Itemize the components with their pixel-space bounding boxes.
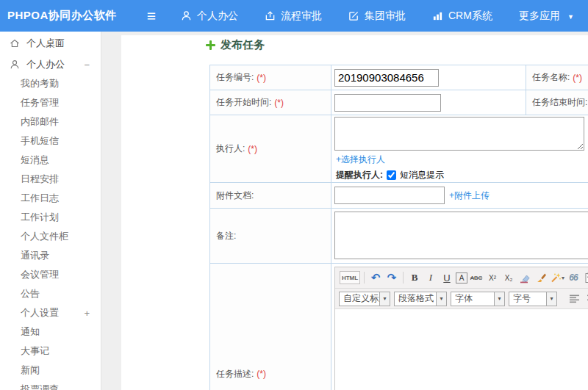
expand-icon[interactable]: +	[84, 308, 90, 319]
sidebar-item-task-management[interactable]: 任务管理	[0, 93, 101, 112]
sidebar: 个人桌面 个人办公 − 我的考勤 任务管理 内部邮件 手机短信 短消息 日程安排…	[0, 32, 101, 390]
sidebar-item-personal-office[interactable]: 个人办公 −	[0, 55, 101, 74]
redo-button[interactable]: ↷	[384, 270, 399, 285]
chevron-down-icon[interactable]: ▼	[567, 13, 574, 21]
bold-button[interactable]: B	[407, 270, 422, 285]
sidebar-item-internal-mail[interactable]: 内部邮件	[0, 112, 101, 131]
font-size-select[interactable]: 字号 ▾	[509, 292, 557, 306]
nav-label: 个人办公	[197, 10, 238, 23]
attachment-input[interactable]	[334, 187, 445, 204]
sidebar-item-notice[interactable]: 通知	[0, 322, 101, 342]
required-mark: (*)	[257, 369, 266, 379]
select-value: 自定义标题	[340, 292, 379, 305]
sidebar-item-label: 工作计划	[21, 211, 59, 224]
editor-content-area[interactable]	[335, 309, 588, 390]
executor-textarea[interactable]	[334, 117, 584, 151]
nav-group-approval[interactable]: 集团审批	[348, 10, 406, 23]
process-approval-icon	[265, 10, 276, 21]
sidebar-item-label: 个人设置	[21, 306, 59, 319]
sidebar-item-short-message[interactable]: 短消息	[0, 151, 101, 170]
subscript-button[interactable]: X₂	[501, 270, 516, 285]
remark-cell	[331, 209, 588, 263]
sidebar-item-label: 短消息	[21, 154, 49, 167]
font-style-button[interactable]: A	[456, 272, 467, 284]
attachment-cell: +附件上传	[331, 183, 588, 208]
magic-wand-button[interactable]: ▾	[550, 270, 564, 285]
select-value: 段落格式	[395, 292, 436, 305]
editor-toolbar-2: 自定义标题 ▾ 段落格式 ▾ 字体 ▾ 字号 ▾	[335, 289, 588, 309]
task-time-row: 任务开始时间:(*) 任务结束时间:(*)	[210, 90, 588, 115]
sidebar-item-news[interactable]: 新闻	[0, 361, 101, 380]
end-time-label: 任务结束时间:(*)	[526, 90, 588, 115]
collapse-icon[interactable]: −	[84, 59, 90, 71]
sidebar-item-label: 内部邮件	[21, 115, 59, 129]
align-left-icon	[569, 294, 580, 303]
sidebar-item-contacts[interactable]: 通讯录	[0, 246, 101, 265]
home-icon	[10, 38, 20, 48]
app-logo: PHPOA协同办公软件	[7, 9, 138, 23]
sidebar-item-personal-desktop[interactable]: 个人桌面	[0, 32, 101, 55]
start-time-input[interactable]	[334, 94, 441, 112]
sidebar-item-schedule[interactable]: 日程安排	[0, 170, 101, 189]
sidebar-item-label: 大事记	[21, 344, 49, 358]
sidebar-item-vote-survey[interactable]: 投票调查	[0, 380, 101, 390]
attachment-upload-link[interactable]: +附件上传	[449, 189, 490, 202]
sidebar-item-memorabilia[interactable]: 大事记	[0, 342, 101, 361]
remark-textarea[interactable]	[334, 212, 588, 259]
rich-text-editor: HTML ↶ ↷ B I U A ABC X² X₂	[334, 267, 588, 390]
choose-executor-link[interactable]: +选择执行人	[336, 154, 588, 166]
eraser-button[interactable]	[517, 270, 532, 285]
nav-process-approval[interactable]: 流程审批	[265, 10, 322, 23]
add-icon	[206, 40, 215, 50]
task-number-cell	[331, 65, 526, 90]
task-name-label: 任务名称:(*)	[526, 65, 588, 90]
sidebar-item-label: 手机短信	[21, 134, 59, 148]
task-number-label: 任务编号:(*)	[210, 65, 331, 90]
custom-heading-select[interactable]: 自定义标题 ▾	[339, 292, 390, 306]
sidebar-item-work-plan[interactable]: 工作计划	[0, 208, 101, 227]
format-brush-button[interactable]	[534, 270, 548, 285]
html-source-button[interactable]: HTML	[340, 271, 360, 284]
italic-button[interactable]: I	[423, 270, 438, 285]
sidebar-item-announcement[interactable]: 公告	[0, 284, 101, 303]
nav-crm-system[interactable]: CRM系统	[432, 10, 492, 23]
sms-remind-checkbox[interactable]	[387, 170, 396, 180]
sidebar-item-my-attendance[interactable]: 我的考勤	[0, 74, 101, 93]
sidebar-item-label: 通知	[21, 325, 40, 339]
required-mark: (*)	[274, 98, 284, 108]
description-cell: HTML ↶ ↷ B I U A ABC X² X₂	[331, 264, 588, 390]
undo-button[interactable]: ↶	[368, 270, 383, 285]
font-family-select[interactable]: 字体 ▾	[451, 292, 505, 306]
blockquote-button[interactable]: 66	[566, 270, 581, 285]
remind-line: 提醒执行人: 短消息提示	[336, 169, 588, 181]
sidebar-item-label: 我的考勤	[21, 77, 59, 90]
user-icon	[181, 10, 192, 21]
sidebar-item-label: 个人文件柜	[21, 230, 68, 243]
menu-toggle-icon[interactable]: ≡	[138, 0, 165, 32]
start-time-cell	[331, 90, 526, 115]
remind-executor-label: 提醒执行人:	[336, 169, 383, 181]
sidebar-item-label: 投票调查	[21, 383, 59, 390]
align-left-button[interactable]	[568, 292, 581, 306]
select-value: 字体	[451, 292, 494, 305]
nav-more-apps[interactable]: 更多应用	[519, 10, 560, 23]
eraser-icon	[519, 272, 531, 284]
nav-personal-office[interactable]: 个人办公	[181, 10, 238, 23]
task-number-input[interactable]	[334, 69, 439, 87]
sidebar-item-label: 任务管理	[21, 96, 59, 109]
paragraph-format-select[interactable]: 段落格式 ▾	[394, 292, 447, 306]
strikethrough-button[interactable]: ABC	[469, 270, 484, 285]
sidebar-item-mobile-sms[interactable]: 手机短信	[0, 131, 101, 151]
underline-button[interactable]: U	[440, 270, 454, 285]
nav-label: CRM系统	[448, 10, 492, 23]
sidebar-item-personal-settings[interactable]: 个人设置 +	[0, 303, 101, 322]
paste-text-button[interactable]	[582, 270, 588, 285]
top-bar: PHPOA协同办公软件 ≡ 个人办公 流程审批 集团审批 CRM系统 更多应用 …	[0, 0, 588, 32]
sidebar-item-personal-files[interactable]: 个人文件柜	[0, 227, 101, 246]
superscript-button[interactable]: X²	[485, 270, 500, 285]
chevron-down-icon: ▾	[562, 275, 564, 281]
sidebar-item-work-log[interactable]: 工作日志	[0, 189, 101, 208]
attachment-row: 附件文档: +附件上传	[210, 183, 588, 209]
sidebar-item-label: 会议管理	[21, 268, 59, 281]
sidebar-item-meeting-management[interactable]: 会议管理	[0, 265, 101, 284]
